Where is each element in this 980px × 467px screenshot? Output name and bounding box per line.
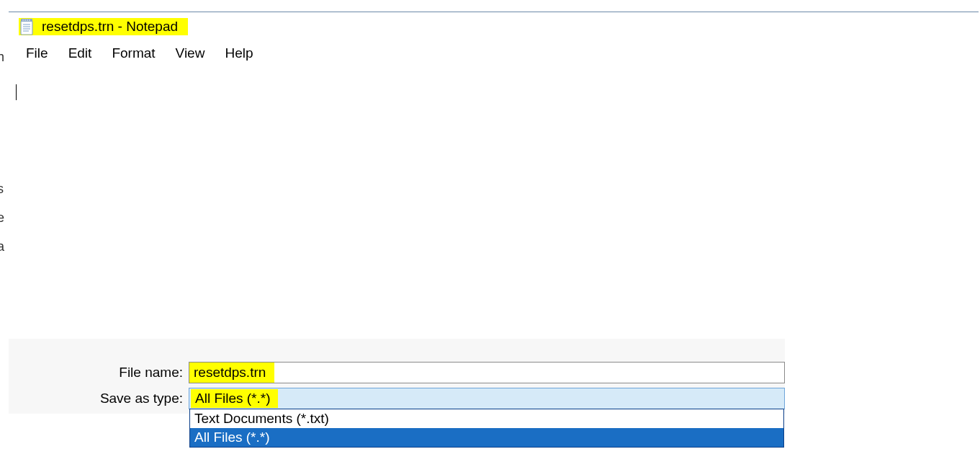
save-as-panel: File name: resetdps.trn Save as type: Al… <box>9 339 785 414</box>
filename-input[interactable] <box>189 362 785 383</box>
filename-label: File name: <box>9 365 189 381</box>
menubar: File Edit Format View Help <box>9 41 979 66</box>
filename-row: File name: resetdps.trn <box>9 362 785 383</box>
window-title: resetdps.trn - Notepad <box>42 19 178 35</box>
filetype-combobox[interactable]: All Files (*.*) Text Documents (*.txt) A… <box>189 388 785 409</box>
editor-textarea[interactable] <box>16 84 979 321</box>
notepad-window: resetdps.trn - Notepad File Edit Format … <box>9 12 979 321</box>
menu-view[interactable]: View <box>166 43 215 64</box>
background-text-fragments: h s e a <box>0 0 9 467</box>
svg-point-7 <box>24 19 26 21</box>
svg-rect-0 <box>21 21 32 35</box>
filetype-label: Save as type: <box>9 391 189 406</box>
svg-point-8 <box>27 19 28 21</box>
filetype-option-all[interactable]: All Files (*.*) <box>190 428 783 447</box>
title-highlight: resetdps.trn - Notepad <box>19 18 188 35</box>
text-cursor <box>16 84 17 100</box>
filetype-dropdown: Text Documents (*.txt) All Files (*.*) <box>189 409 784 448</box>
filetype-option-txt[interactable]: Text Documents (*.txt) <box>190 409 783 428</box>
svg-point-6 <box>22 19 24 21</box>
svg-point-9 <box>29 19 30 21</box>
menu-file[interactable]: File <box>16 43 58 64</box>
menu-help[interactable]: Help <box>215 43 263 64</box>
menu-format[interactable]: Format <box>102 43 165 64</box>
titlebar[interactable]: resetdps.trn - Notepad <box>9 12 979 41</box>
menu-edit[interactable]: Edit <box>58 43 102 64</box>
filetype-row: Save as type: All Files (*.*) Text Docum… <box>9 388 785 409</box>
filetype-selected-highlight: All Files (*.*) <box>191 389 278 408</box>
notepad-icon <box>19 18 35 35</box>
